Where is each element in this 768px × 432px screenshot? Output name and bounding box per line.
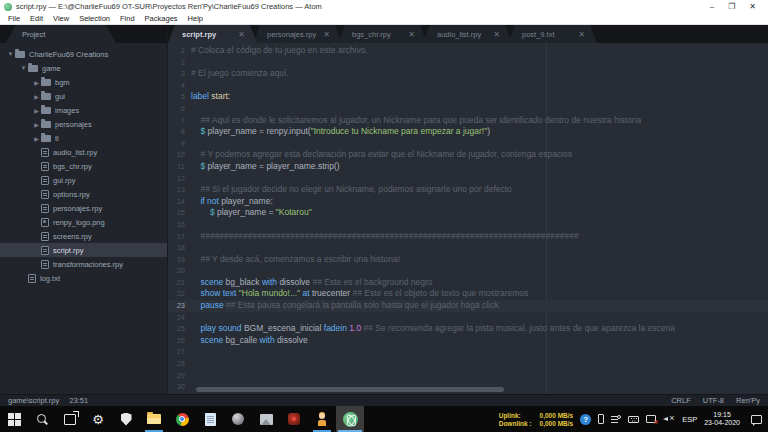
code-line-21[interactable]: scene bg_black with dissolve ## Este es … <box>191 277 768 289</box>
tree-item-renpy-logo-png[interactable]: renpy_logo.png <box>0 215 167 229</box>
code-line-29[interactable] <box>191 370 768 382</box>
keyboard-icon[interactable] <box>628 416 639 423</box>
code-line-13[interactable]: ## Si el jugador decide no elegir un Nic… <box>191 184 768 196</box>
editor-tab-bgs-chr-rpy[interactable]: bgs_chr.rpy✕ <box>338 25 427 43</box>
code-line-27[interactable] <box>191 346 768 358</box>
taskbar-button-task-view[interactable] <box>56 406 84 432</box>
editor-pane[interactable]: 1234567891011121314151617181920212223242… <box>168 43 768 394</box>
minimize-button[interactable]: – <box>710 0 714 13</box>
code-line-1[interactable]: # Coloca el código de tu juego en este a… <box>191 45 768 57</box>
tree-item-gui-rpy[interactable]: gui.rpy <box>0 173 167 187</box>
tree-item-screens-rpy[interactable]: screens.rpy <box>0 229 167 243</box>
tab-close-icon[interactable]: ✕ <box>408 30 415 39</box>
code-line-19[interactable]: ## Y desde acá, comenzamos a escribir un… <box>191 254 768 266</box>
code-line-28[interactable] <box>191 358 768 370</box>
taskbar-button-settings[interactable]: ⚙ <box>84 406 112 432</box>
chevron-right-icon[interactable]: ▶ <box>32 121 41 128</box>
clock[interactable]: 19:15 23-04-2020 <box>704 411 740 427</box>
status-grammar[interactable]: Ren'Py <box>736 396 760 405</box>
tree-item-charliefuu69-creations[interactable]: ▼CharlieFuu69 Creations <box>0 47 167 61</box>
editor-tab-personajes-rpy[interactable]: personajes.rpy✕ <box>253 25 342 43</box>
menu-item-help[interactable]: Help <box>183 14 208 23</box>
code-line-12[interactable] <box>191 173 768 185</box>
editor-tab-script-rpy[interactable]: script.rpy✕ <box>168 25 257 43</box>
chevron-down-icon[interactable]: ▼ <box>19 65 28 71</box>
taskbar-button-media-player[interactable] <box>224 406 252 432</box>
code-line-25[interactable]: play sound BGM_escena_inicial fadein 1.0… <box>191 323 768 335</box>
tree-item-tl[interactable]: ▶tl <box>0 131 167 145</box>
tree-item-options-rpy[interactable]: options.rpy <box>0 187 167 201</box>
status-cursor-position[interactable]: 23:51 <box>69 396 88 405</box>
editor-tab-post-9-txt[interactable]: post_9.txt✕ <box>508 25 597 43</box>
tree-item-personajes-rpy[interactable]: personajes.rpy <box>0 201 167 215</box>
code-line-6[interactable] <box>191 103 768 115</box>
action-center-icon[interactable] <box>751 415 762 424</box>
menu-item-find[interactable]: Find <box>115 14 140 23</box>
tab-close-icon[interactable]: ✕ <box>493 30 500 39</box>
code-line-20[interactable] <box>191 265 768 277</box>
code-line-5[interactable]: label start: <box>191 91 768 103</box>
network-error-icon[interactable] <box>646 415 656 423</box>
code-line-22[interactable]: show text "Hola mundo!..." at truecenter… <box>191 288 768 300</box>
tree-item-script-rpy[interactable]: script.rpy <box>0 243 167 257</box>
chevron-right-icon[interactable]: ▶ <box>32 93 41 100</box>
code-line-14[interactable]: if not player_name: <box>191 196 768 208</box>
restore-button[interactable]: ❐ <box>728 0 735 13</box>
tree-item-personajes[interactable]: ▶personajes <box>0 117 167 131</box>
tree-item-bgs-chr-rpy[interactable]: bgs_chr.rpy <box>0 159 167 173</box>
tree-item-transformaciones-rpy[interactable]: transformaciones.rpy <box>0 257 167 271</box>
code-line-18[interactable] <box>191 242 768 254</box>
volume-mixer-icon[interactable] <box>611 415 621 424</box>
taskbar-button-start[interactable] <box>0 406 28 432</box>
taskbar-button-character[interactable] <box>308 406 336 432</box>
status-encoding[interactable]: UTF-8 <box>703 396 724 405</box>
chevron-right-icon[interactable]: ▶ <box>32 79 41 86</box>
status-line-ending[interactable]: CRLF <box>671 396 691 405</box>
language-indicator[interactable]: ESP <box>682 415 697 424</box>
tab-close-icon[interactable]: ✕ <box>323 30 330 39</box>
taskbar-button-atom[interactable] <box>336 406 364 432</box>
taskbar-button-app-red[interactable] <box>280 406 308 432</box>
code-line-10[interactable]: # Y podemos agregar esta declaración par… <box>191 149 768 161</box>
menu-item-view[interactable]: View <box>48 14 74 23</box>
code-line-16[interactable] <box>191 219 768 231</box>
editor-tab-audio-list-rpy[interactable]: audio_list.rpy✕ <box>423 25 512 43</box>
code-line-15[interactable]: $ player_name = "Kotarou" <box>191 207 768 219</box>
taskbar-button-search[interactable] <box>28 406 56 432</box>
tab-close-icon[interactable]: ✕ <box>238 30 245 39</box>
chevron-right-icon[interactable]: ▶ <box>32 135 41 142</box>
taskbar-button-chrome[interactable] <box>168 406 196 432</box>
taskbar-button-photos[interactable] <box>252 406 280 432</box>
tree-item-images[interactable]: ▶images <box>0 103 167 117</box>
code-line-4[interactable] <box>191 80 768 92</box>
code-line-2[interactable] <box>191 57 768 69</box>
code-line-23[interactable]: pause ## Esta pausa congelará la pantall… <box>191 300 768 312</box>
taskbar-button-notepad[interactable] <box>196 406 224 432</box>
chevron-right-icon[interactable]: ▶ <box>32 107 41 114</box>
tree-item-log-txt[interactable]: log.txt <box>0 271 167 285</box>
chevron-down-icon[interactable]: ▼ <box>6 51 15 57</box>
code-line-9[interactable] <box>191 138 768 150</box>
code-line-8[interactable]: $ player_name = renpy.input("Introduce t… <box>191 126 768 138</box>
horizontal-scrollbar[interactable] <box>196 387 504 392</box>
code-line-3[interactable]: # El juego comienza aquí. <box>191 68 768 80</box>
tab-close-icon[interactable]: ✕ <box>578 30 585 39</box>
code-line-26[interactable]: scene bg_calle with dissolve <box>191 335 768 347</box>
tree-item-game[interactable]: ▼game <box>0 61 167 75</box>
net-speed-monitor[interactable]: Uplink: 0,000 MB/s Downlink : 0,000 MB/s <box>499 412 573 427</box>
close-button[interactable]: ✕ <box>749 0 756 13</box>
code-line-24[interactable] <box>191 312 768 324</box>
taskbar-button-defender[interactable] <box>112 406 140 432</box>
phone-icon[interactable] <box>598 414 604 424</box>
status-file-path[interactable]: game\script.rpy <box>8 396 59 405</box>
help-tray-icon[interactable]: ? <box>580 414 591 425</box>
menu-item-selection[interactable]: Selection <box>74 14 115 23</box>
code-line-7[interactable]: ## Aquí es donde le solicitaremos al jug… <box>191 115 768 127</box>
muted-speaker-icon[interactable] <box>663 415 675 424</box>
code-line-11[interactable]: $ player_name = player_name.strip() <box>191 161 768 173</box>
menu-item-edit[interactable]: Edit <box>25 14 48 23</box>
menu-item-file[interactable]: File <box>3 14 25 23</box>
tree-item-gui[interactable]: ▶gui <box>0 89 167 103</box>
code-line-17[interactable]: ########################################… <box>191 231 768 243</box>
project-tab[interactable]: Project <box>6 25 116 43</box>
